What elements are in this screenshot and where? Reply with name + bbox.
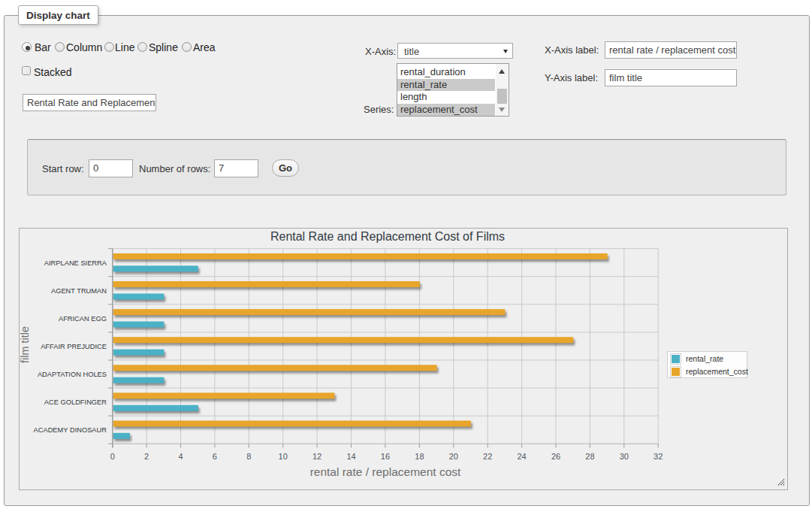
- svg-text:20: 20: [449, 452, 458, 461]
- svg-text:18: 18: [415, 452, 424, 461]
- svg-text:AFFAIR PREJUDICE: AFFAIR PREJUDICE: [41, 343, 107, 350]
- svg-text:AFRICAN EGG: AFRICAN EGG: [59, 315, 107, 323]
- svg-text:rental_rate: rental_rate: [686, 354, 723, 363]
- svg-text:ADAPTATION HOLES: ADAPTATION HOLES: [38, 371, 107, 378]
- svg-text:4: 4: [178, 452, 183, 461]
- svg-text:32: 32: [654, 452, 663, 461]
- svg-text:2: 2: [144, 452, 149, 461]
- svg-text:AGENT TRUMAN: AGENT TRUMAN: [51, 287, 107, 295]
- svg-text:film title: film title: [20, 326, 31, 363]
- svg-text:rental rate / replacement cost: rental rate / replacement cost: [310, 465, 461, 478]
- svg-text:ACE GOLDFINGER: ACE GOLDFINGER: [44, 398, 107, 406]
- svg-text:8: 8: [246, 452, 251, 461]
- svg-text:ACADEMY DINOSAUR: ACADEMY DINOSAUR: [34, 426, 107, 434]
- svg-text:replacement_cost: replacement_cost: [686, 367, 748, 376]
- svg-text:12: 12: [312, 452, 321, 461]
- svg-text:10: 10: [279, 452, 288, 461]
- svg-text:30: 30: [620, 452, 629, 461]
- svg-text:Rental Rate and Replacement Co: Rental Rate and Replacement Cost of Film…: [270, 230, 505, 243]
- svg-text:16: 16: [381, 452, 390, 461]
- svg-text:28: 28: [585, 452, 594, 461]
- svg-text:AIRPLANE SIERRA: AIRPLANE SIERRA: [44, 259, 107, 267]
- svg-text:26: 26: [551, 452, 560, 461]
- svg-text:22: 22: [483, 452, 492, 461]
- svg-text:24: 24: [517, 452, 526, 461]
- svg-text:0: 0: [110, 452, 115, 461]
- svg-text:6: 6: [213, 452, 217, 461]
- svg-text:14: 14: [346, 452, 355, 461]
